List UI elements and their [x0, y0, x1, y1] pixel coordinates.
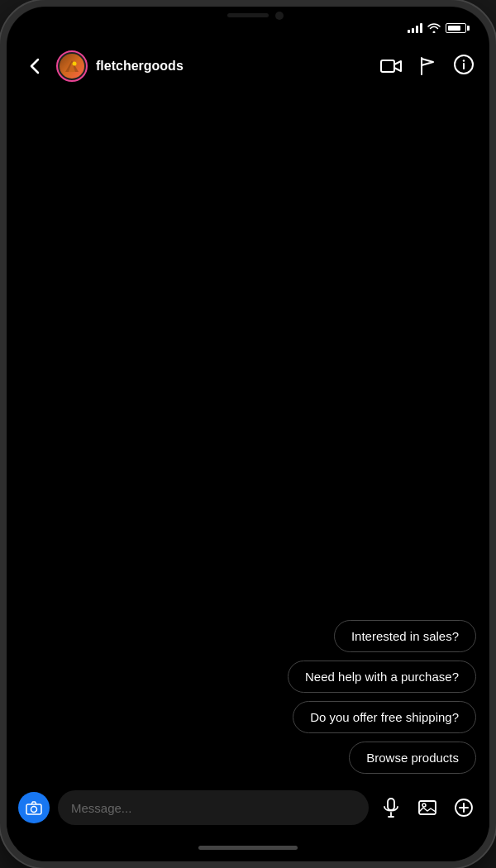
nav-actions	[380, 55, 475, 77]
speaker	[227, 13, 269, 17]
mic-button[interactable]	[377, 794, 405, 822]
svg-point-6	[463, 60, 465, 61]
video-call-button[interactable]	[380, 55, 402, 77]
input-bar: Message...	[7, 782, 489, 833]
status-icons	[408, 23, 466, 33]
battery-icon	[446, 23, 466, 33]
avatar[interactable]	[56, 50, 88, 82]
quick-reply-4[interactable]: Browse products	[349, 742, 476, 774]
quick-reply-2[interactable]: Need help with a purchase?	[288, 661, 476, 693]
phone-frame: fletchergoods	[0, 0, 496, 868]
camera-button[interactable]	[18, 792, 50, 823]
quick-reply-1[interactable]: Interested in sales?	[334, 620, 476, 652]
message-placeholder: Message...	[71, 801, 131, 815]
svg-point-2	[73, 62, 77, 66]
notch	[194, 7, 302, 31]
home-indicator	[7, 833, 489, 861]
username-label[interactable]: fletchergoods	[96, 59, 372, 74]
front-camera	[275, 12, 284, 20]
flag-button[interactable]	[417, 55, 438, 77]
more-button[interactable]	[450, 794, 478, 822]
svg-point-13	[422, 804, 426, 807]
signal-icon	[408, 23, 422, 33]
back-button[interactable]	[21, 53, 48, 79]
wifi-icon	[427, 23, 441, 33]
svg-point-8	[31, 807, 37, 813]
gallery-button[interactable]	[413, 794, 441, 822]
home-bar	[198, 846, 298, 850]
svg-rect-9	[388, 799, 394, 810]
svg-rect-12	[419, 801, 436, 814]
screen: fletchergoods	[7, 7, 489, 861]
message-input[interactable]: Message...	[58, 790, 369, 825]
info-button[interactable]	[453, 55, 475, 77]
nav-bar: fletchergoods	[7, 43, 489, 89]
quick-reply-3[interactable]: Do you offer free shipping?	[293, 701, 476, 733]
svg-rect-3	[381, 60, 394, 72]
chat-area: Interested in sales? Need help with a pu…	[7, 89, 489, 782]
